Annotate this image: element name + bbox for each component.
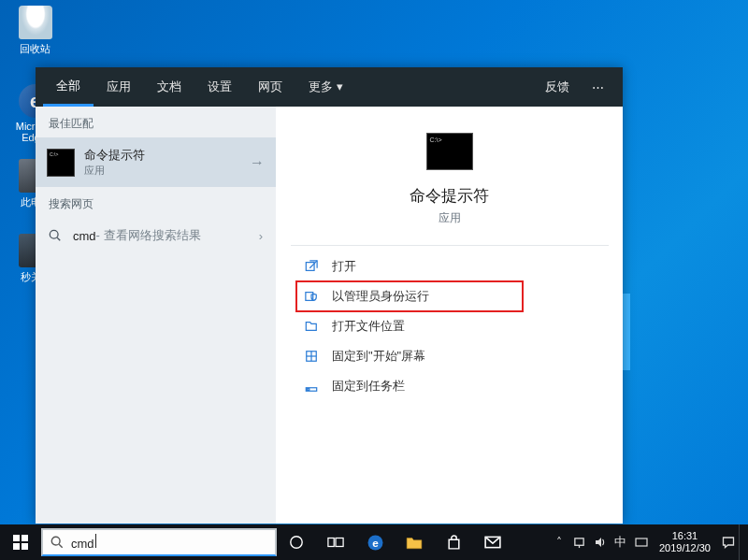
windows-logo-icon (13, 535, 28, 550)
tray-volume-icon[interactable] (590, 524, 611, 560)
search-web-result[interactable]: cmd - 查看网络搜索结果 › (36, 218, 276, 253)
chevron-right-icon: › (259, 229, 263, 243)
best-match-title: 命令提示符 (84, 147, 145, 164)
action-label: 以管理员身份运行 (332, 288, 429, 305)
clock-date: 2019/12/30 (659, 542, 711, 554)
search-web-section-label: 搜索网页 (36, 187, 276, 218)
search-results-left: 最佳匹配 命令提示符 应用 → 搜索网页 cmd - 查看网络搜索结果 (36, 107, 276, 524)
search-icon (50, 536, 64, 549)
pin-taskbar-icon (304, 379, 319, 394)
tray-action-center-icon[interactable] (718, 524, 739, 560)
action-label: 打开 (332, 258, 356, 275)
tab-apps[interactable]: 应用 (94, 67, 144, 107)
tray-network-icon[interactable] (569, 524, 590, 560)
search-filter-tabs: 全部 应用 文档 设置 网页 更多 ▾ 反馈 ⋯ (36, 67, 623, 107)
action-run-as-admin[interactable]: 以管理员身份运行 (296, 281, 523, 311)
svg-rect-17 (336, 538, 343, 547)
svg-point-15 (291, 537, 302, 548)
svg-rect-21 (575, 538, 583, 544)
best-match-section-label: 最佳匹配 (36, 107, 276, 137)
shield-admin-icon (304, 289, 319, 304)
taskbar-app-edge[interactable]: e (355, 524, 395, 560)
tray-ime-indicator[interactable]: 中 (611, 524, 631, 560)
taskbar-cortana-button[interactable] (277, 524, 316, 560)
svg-line-1 (57, 237, 60, 240)
feedback-link[interactable]: 反馈 (532, 67, 583, 107)
action-pin-to-taskbar[interactable]: 固定到任务栏 (296, 371, 623, 401)
pin-start-icon (304, 349, 319, 364)
svg-rect-11 (13, 543, 20, 550)
best-match-subtitle: 应用 (84, 164, 145, 178)
search-input-value: cmd (71, 537, 94, 551)
cmd-icon (47, 149, 75, 177)
desktop: 回收站 e Micros... Edg... 此电... 秒关... 全部 应用… (0, 0, 748, 560)
start-button[interactable] (0, 524, 41, 560)
action-label: 固定到任务栏 (332, 378, 405, 395)
taskbar-clock[interactable]: 16:31 2019/12/30 (652, 530, 718, 554)
search-panel-more-icon[interactable]: ⋯ (583, 80, 615, 94)
tray-overflow-chevron-icon[interactable]: ˄ (549, 524, 569, 560)
taskbar-taskview-button[interactable] (316, 524, 355, 560)
recycle-bin-icon (19, 6, 52, 39)
taskbar: cmd e ˄ (0, 524, 748, 560)
tab-documents[interactable]: 文档 (144, 67, 194, 107)
svg-line-14 (59, 544, 63, 548)
tab-web[interactable]: 网页 (245, 67, 295, 107)
desktop-icon-label: 回收站 (9, 42, 61, 56)
divider (291, 245, 609, 246)
clock-time: 16:31 (659, 530, 711, 542)
taskbar-app-file-explorer[interactable] (395, 524, 434, 560)
action-label: 打开文件位置 (332, 318, 405, 335)
search-web-suffix: - 查看网络搜索结果 (96, 227, 201, 244)
best-match-result[interactable]: 命令提示符 应用 → (36, 137, 276, 187)
preview-subtitle: 应用 (439, 210, 461, 226)
search-preview-right: 命令提示符 应用 打开 (276, 107, 623, 524)
taskbar-app-mail[interactable] (473, 524, 512, 560)
tray-ime-keyboard-icon[interactable] (631, 524, 652, 560)
svg-rect-10 (22, 535, 28, 541)
system-tray: ˄ 中 16:31 2019/12/30 (549, 524, 748, 560)
svg-point-13 (51, 537, 60, 545)
taskbar-search-box[interactable]: cmd (41, 528, 277, 556)
svg-point-0 (50, 230, 58, 238)
svg-rect-8 (308, 389, 309, 391)
text-cursor (95, 534, 96, 548)
desktop-icon-recycle-bin[interactable]: 回收站 (9, 6, 61, 56)
search-web-query: cmd (73, 229, 96, 243)
arrow-right-icon[interactable]: → (250, 154, 265, 171)
svg-rect-2 (306, 263, 314, 271)
preview-title: 命令提示符 (410, 185, 489, 207)
svg-rect-16 (328, 538, 334, 547)
tab-settings[interactable]: 设置 (194, 67, 245, 107)
start-search-panel: 全部 应用 文档 设置 网页 更多 ▾ 反馈 ⋯ 最佳匹配 命令提示符 应用 → (36, 67, 623, 524)
search-icon (49, 229, 64, 242)
tab-more[interactable]: 更多 ▾ (295, 67, 356, 107)
folder-location-icon (304, 319, 319, 334)
svg-text:e: e (372, 536, 379, 548)
open-icon (304, 259, 319, 274)
action-pin-to-start[interactable]: 固定到"开始"屏幕 (296, 341, 623, 371)
svg-rect-23 (636, 538, 647, 546)
action-label: 固定到"开始"屏幕 (332, 348, 425, 365)
taskbar-app-store[interactable] (434, 524, 473, 560)
show-desktop-button[interactable] (739, 524, 744, 560)
action-open[interactable]: 打开 (296, 251, 623, 281)
action-open-file-location[interactable]: 打开文件位置 (296, 311, 623, 341)
tab-all[interactable]: 全部 (43, 67, 94, 107)
svg-rect-12 (22, 543, 28, 550)
svg-rect-9 (13, 535, 20, 541)
cmd-large-icon (426, 133, 473, 170)
